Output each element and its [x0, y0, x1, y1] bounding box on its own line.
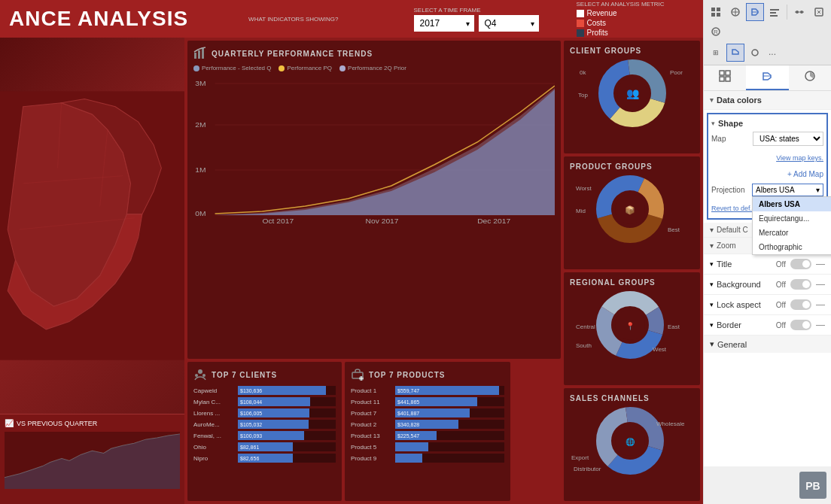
svg-rect-73 — [770, 12, 776, 14]
svg-rect-87 — [726, 77, 730, 81]
title-toggle-thumb — [802, 260, 810, 268]
product-bar-2: Product 7 $401,887 — [351, 408, 504, 417]
toolbar-btn-1[interactable] — [707, 3, 725, 21]
quarterly-panel: QUARTERLY PERFORMANCE TRENDS Performance… — [187, 41, 561, 359]
client-bar-4: Fenwal, ... $100,093 — [193, 431, 336, 440]
border-toggle-track[interactable] — [790, 320, 811, 330]
toolbar-btn-9[interactable] — [746, 44, 764, 62]
option-orthographic[interactable]: Orthographic — [753, 240, 831, 254]
data-colors-header[interactable]: ▾ Data colors — [704, 91, 831, 109]
option-equirectangular[interactable]: Equirectangu... — [753, 211, 831, 226]
costs-checkbox[interactable]: Costs — [577, 19, 665, 27]
svg-text:Mid: Mid — [576, 208, 586, 214]
projection-selected[interactable]: Albers USA ▾ — [752, 184, 823, 196]
option-albers-usa[interactable]: Albers USA — [753, 197, 831, 211]
projection-options: Albers USA Equirectangu... Mercator Orth… — [752, 196, 831, 255]
border-toggle: Off — — [776, 320, 825, 330]
svg-text:Top: Top — [578, 92, 588, 99]
question-label: WHAT INDICATORS SHOWING? — [248, 16, 338, 23]
title-section: ▾ Title Off — — [704, 254, 831, 275]
general-section[interactable]: ▾ General — [704, 335, 831, 353]
top7-clients-panel: TOP 7 CLIENTS Capweld $130,636 Mylan C..… — [187, 362, 342, 501]
lock-aspect-collapse[interactable]: ▾ Lock aspect — [710, 300, 761, 309]
profits-checkbox[interactable]: Profits — [577, 29, 665, 37]
revenue-checkbox[interactable]: Revenue — [577, 9, 665, 17]
products-icon — [351, 368, 364, 381]
product-donut: 📦 Worst Mid Best — [570, 175, 690, 243]
bottom-row: TOP 7 CLIENTS Capweld $130,636 Mylan C..… — [187, 362, 561, 501]
shape-chevron: ▾ — [711, 120, 715, 127]
lock-aspect-section: ▾ Lock aspect Off — — [704, 295, 831, 315]
chart-icon — [193, 47, 207, 60]
top-row: QUARTERLY PERFORMANCE TRENDS Performance… — [187, 41, 561, 359]
tab-paint[interactable] — [746, 65, 788, 90]
svg-text:Poor: Poor — [670, 69, 683, 76]
svg-text:📦: 📦 — [625, 205, 635, 215]
product-bar-0: Product 1 $559,747 — [351, 386, 504, 395]
profits-label: Profits — [587, 29, 608, 37]
toolbar-divider — [787, 5, 787, 20]
legend-item-2q: Performance 2Q Prior — [339, 65, 406, 71]
right-panels: CLIENT GROUPS 👥 0k Poor Top — [564, 38, 703, 504]
toolbar-btn-paint[interactable] — [746, 3, 764, 21]
background-toggle-track[interactable] — [790, 279, 811, 290]
client-bar-3: AuroMe... $105,032 — [193, 420, 336, 429]
title-toggle-track[interactable] — [790, 259, 811, 269]
svg-text:3M: 3M — [195, 80, 205, 87]
toolbar-btn-5[interactable] — [810, 3, 828, 21]
profits-checkbox-box — [577, 29, 584, 37]
shape-header[interactable]: ▾ Shape — [711, 117, 823, 129]
title-off-label: Off — [776, 260, 786, 269]
tab-grid[interactable] — [704, 65, 746, 90]
client-groups-panel: CLIENT GROUPS 👥 0k Poor Top — [564, 41, 700, 153]
svg-rect-72 — [770, 9, 779, 11]
svg-text:Central: Central — [576, 323, 595, 330]
tab-analytics[interactable] — [789, 65, 831, 90]
toolbar-btn-8[interactable] — [726, 44, 744, 62]
quarter-dropdown[interactable]: Q4Q3Q2Q1 — [479, 15, 539, 32]
toolbar-btn-3[interactable] — [766, 3, 784, 21]
us-map — [0, 38, 184, 414]
border-toggle-thumb — [802, 321, 810, 329]
client-bar-6: Nipro $82,656 — [193, 454, 336, 463]
product-bar-6: Product 9 — [351, 454, 504, 463]
svg-rect-9 — [202, 48, 204, 59]
costs-label: Costs — [587, 19, 607, 27]
map-select[interactable]: USA: states USA: counties — [753, 132, 823, 146]
product-groups-panel: PRODUCT GROUPS 📦 Worst Mid Best — [564, 156, 700, 269]
toolbar-btn-6[interactable]: R — [707, 23, 725, 41]
view-map-keys[interactable]: View map keys. — [711, 148, 823, 165]
lock-aspect-label: Lock aspect — [717, 300, 761, 309]
lock-aspect-toggle-track[interactable] — [790, 299, 811, 310]
data-colors-section: ▾ Data colors — [704, 91, 831, 110]
sales-donut: 🌐 Export Wholesale Distributor — [570, 407, 690, 475]
default-c-chevron: ▾ — [710, 226, 714, 234]
title-toggle: Off — — [776, 259, 825, 269]
year-dropdown[interactable]: 201720162015 — [414, 15, 474, 32]
svg-point-23 — [198, 369, 202, 374]
zoom-chevron: ▾ — [710, 241, 714, 250]
svg-text:Distributor: Distributor — [574, 466, 601, 472]
svg-rect-66 — [711, 13, 715, 17]
vs-prev-title: 📈 VS PREVIOUS QUARTER — [5, 419, 180, 427]
background-collapse[interactable]: ▾ Background — [710, 280, 761, 289]
map-area: 📈 VS PREVIOUS QUARTER — [0, 38, 184, 504]
option-mercator[interactable]: Mercator — [753, 226, 831, 240]
title-section-label: Title — [717, 260, 732, 269]
shape-section: ▾ Shape Map USA: states USA: counties Vi… — [707, 113, 828, 220]
svg-text:PB: PB — [805, 480, 820, 492]
svg-marker-19 — [215, 88, 555, 215]
toolbar-btn-2[interactable] — [726, 3, 744, 21]
toolbar-btn-7[interactable]: ⊞ — [707, 44, 725, 62]
analysis-checkboxes: Revenue Costs Profits — [577, 9, 665, 37]
border-collapse[interactable]: ▾ Border — [710, 320, 741, 329]
title-collapse[interactable]: ▾ Title — [710, 260, 732, 269]
regional-groups-chart: 📍 South East Central West — [570, 291, 694, 359]
svg-rect-8 — [198, 50, 200, 59]
add-map[interactable]: + Add Map — [711, 165, 823, 181]
map-label: Map — [711, 135, 726, 143]
lock-aspect-toggle: Off — — [776, 299, 825, 310]
svg-text:Dec 2017: Dec 2017 — [477, 217, 510, 225]
settings-footer: PB — [704, 466, 831, 504]
toolbar-btn-4[interactable] — [790, 3, 808, 21]
